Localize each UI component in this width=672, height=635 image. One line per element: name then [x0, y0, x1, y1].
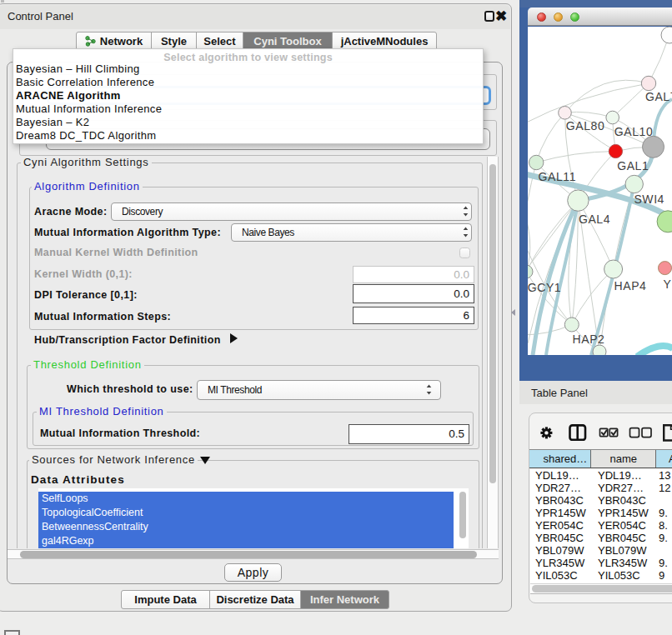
svg-text:HAP2: HAP2	[573, 332, 605, 346]
svg-text:GAL11: GAL11	[539, 170, 577, 183]
svg-text:GAL4: GAL4	[579, 212, 610, 226]
svg-text:HAP4: HAP4	[614, 279, 647, 292]
svg-text:GAL1: GAL1	[617, 159, 649, 172]
svg-text:GCY1: GCY1	[528, 281, 561, 294]
svg-text:Y: Y	[664, 278, 672, 291]
svg-text:SWI4: SWI4	[634, 192, 664, 206]
svg-text:GAL80: GAL80	[566, 119, 605, 132]
svg-text:GAL7: GAL7	[645, 90, 672, 103]
svg-text:GAL10: GAL10	[614, 125, 654, 138]
